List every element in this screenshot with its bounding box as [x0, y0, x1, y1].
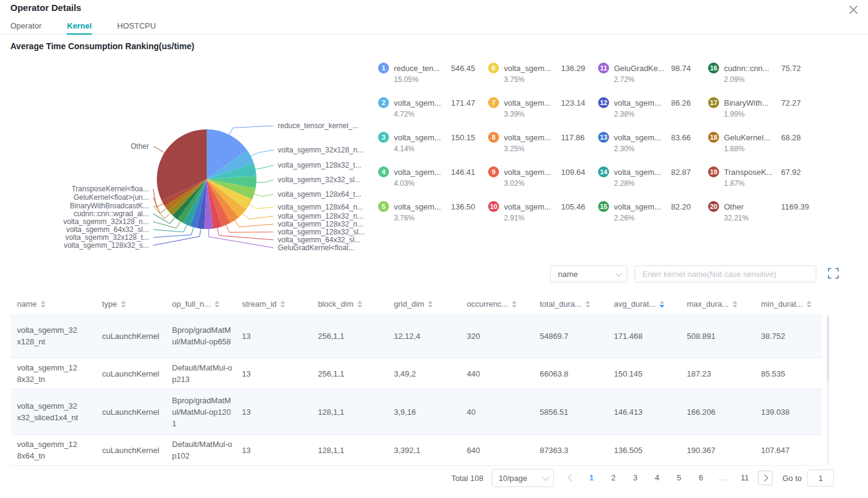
- sort-asc-icon[interactable]: [732, 301, 737, 304]
- sort-desc-icon[interactable]: [732, 305, 737, 308]
- sort-carets-icon[interactable]: [732, 301, 737, 308]
- column-header[interactable]: total_dura...: [534, 299, 608, 309]
- legend-item[interactable]: 13volta_sgem...83.662.30%: [598, 132, 708, 166]
- page-number-5[interactable]: 5: [670, 469, 688, 486]
- legend-avg-time-value: 67.92: [781, 168, 801, 177]
- sort-carets-icon[interactable]: [660, 301, 664, 308]
- column-header-label: grid_dim: [394, 299, 424, 309]
- sort-asc-icon[interactable]: [121, 301, 126, 304]
- sort-desc-icon[interactable]: [41, 305, 46, 308]
- legend-item[interactable]: 5volta_sgem...136.503.76%: [378, 201, 488, 236]
- sort-asc-icon[interactable]: [585, 301, 590, 304]
- sort-asc-icon[interactable]: [428, 301, 433, 304]
- sort-carets-icon[interactable]: [357, 301, 362, 308]
- legend-item[interactable]: 18GeluKernel...68.281.88%: [708, 132, 818, 166]
- legend-kernel-name: BinaryWith...: [724, 98, 776, 107]
- column-header[interactable]: grid_dim: [388, 299, 461, 309]
- table-row: volta_sgemm_128x32_tncuLaunchKernelDefau…: [11, 358, 822, 389]
- fullscreen-icon[interactable]: [828, 268, 839, 279]
- sort-carets-icon[interactable]: [428, 301, 433, 308]
- column-header[interactable]: min_durat...: [755, 299, 822, 309]
- pagination: Total 108 10/page 123456...11 Go to: [451, 469, 834, 487]
- page-size-select[interactable]: 10/page: [492, 469, 554, 487]
- legend-rank-badge: 14: [598, 166, 609, 177]
- page-number-11[interactable]: 11: [735, 469, 754, 486]
- sort-asc-icon[interactable]: [280, 301, 285, 304]
- close-icon[interactable]: [847, 4, 859, 16]
- column-header[interactable]: op_full_n...: [166, 299, 236, 309]
- sort-desc-icon[interactable]: [660, 305, 664, 308]
- page-number-4[interactable]: 4: [648, 469, 666, 486]
- goto-page-input[interactable]: [807, 469, 834, 486]
- sort-carets-icon[interactable]: [215, 301, 219, 308]
- legend-item[interactable]: 3volta_sgem...150.154.14%: [378, 132, 488, 166]
- scrollbar-thumb[interactable]: [827, 315, 829, 382]
- legend-item[interactable]: 9volta_sgem...109.643.02%: [488, 166, 598, 201]
- section-title: Average Time Consumption Ranking(us/time…: [10, 41, 195, 51]
- sort-carets-icon[interactable]: [121, 301, 126, 308]
- sort-asc-icon[interactable]: [357, 301, 362, 304]
- sort-carets-icon[interactable]: [280, 301, 285, 308]
- legend-kernel-name: volta_sgem...: [614, 168, 666, 177]
- sort-asc-icon[interactable]: [215, 301, 219, 304]
- legend-item[interactable]: 14volta_sgem...82.872.28%: [598, 166, 708, 201]
- column-header[interactable]: stream_id: [236, 299, 312, 309]
- legend-item[interactable]: 19TransposeK...67.921.87%: [708, 166, 818, 201]
- legend-item[interactable]: 15volta_sgem...82.202.26%: [598, 201, 708, 236]
- tab-hostcpu[interactable]: HOSTCPU: [117, 18, 156, 34]
- legend-item[interactable]: 20Other1169.3932.21%: [708, 201, 818, 236]
- pie-callout-label: Other: [131, 142, 149, 151]
- sort-desc-icon[interactable]: [215, 305, 219, 308]
- sort-carets-icon[interactable]: [41, 301, 46, 308]
- kernel-name-search-input[interactable]: [635, 265, 816, 282]
- legend-item[interactable]: 2volta_sgem...171.474.72%: [378, 97, 488, 132]
- legend-rank-badge: 2: [378, 97, 389, 108]
- sort-desc-icon[interactable]: [512, 305, 517, 308]
- prev-page-button[interactable]: [563, 471, 578, 485]
- legend-item[interactable]: 17BinaryWith...72.271.99%: [708, 97, 818, 132]
- tab-operator[interactable]: Operator: [10, 18, 41, 34]
- column-header[interactable]: avg_durat...: [608, 299, 681, 309]
- page-number-2[interactable]: 2: [604, 469, 622, 486]
- sort-asc-icon[interactable]: [512, 301, 517, 304]
- tab-kernel[interactable]: Kernel: [67, 18, 91, 34]
- filter-field-select[interactable]: name: [550, 265, 627, 282]
- page-number-6[interactable]: 6: [692, 469, 710, 486]
- sort-desc-icon[interactable]: [121, 305, 126, 308]
- sort-asc-icon[interactable]: [41, 301, 46, 304]
- sort-carets-icon[interactable]: [807, 301, 811, 308]
- page-number-3[interactable]: 3: [626, 469, 644, 486]
- sort-asc-icon[interactable]: [660, 301, 664, 304]
- legend-item[interactable]: 8volta_sgem...117.863.25%: [488, 132, 598, 166]
- next-page-button[interactable]: [758, 471, 773, 485]
- sort-desc-icon[interactable]: [357, 305, 362, 308]
- sort-asc-icon[interactable]: [807, 301, 811, 304]
- table-scrollbar[interactable]: [827, 315, 829, 463]
- legend-item[interactable]: 12volta_sgem...86.262.38%: [598, 97, 708, 132]
- legend-item[interactable]: 1reduce_ten...546.4515.05%: [378, 63, 488, 97]
- column-header-label: block_dim: [318, 299, 354, 309]
- legend-avg-time-value: 546.45: [451, 64, 475, 73]
- column-header[interactable]: name: [11, 299, 96, 309]
- column-header[interactable]: occurrenc...: [461, 299, 534, 309]
- sort-carets-icon[interactable]: [512, 301, 517, 308]
- sort-desc-icon[interactable]: [428, 305, 433, 308]
- sort-desc-icon[interactable]: [585, 305, 590, 308]
- legend-item[interactable]: 16cudnn::cnn...75.722.09%: [708, 63, 818, 97]
- sort-desc-icon[interactable]: [807, 305, 811, 308]
- legend-item[interactable]: 10volta_sgem...105.462.91%: [488, 201, 598, 236]
- column-header[interactable]: type: [96, 299, 166, 309]
- legend-item[interactable]: 11GeluGradKe...98.742.72%: [598, 63, 708, 97]
- sort-desc-icon[interactable]: [280, 305, 285, 308]
- page-number-1[interactable]: 1: [582, 469, 601, 486]
- legend-item[interactable]: 7volta_sgem...123.143.39%: [488, 97, 598, 132]
- column-header[interactable]: block_dim: [312, 299, 388, 309]
- legend-avg-time-value: 109.64: [561, 168, 585, 177]
- pie-label-line: [153, 214, 175, 223]
- pagination-ellipsis: ...: [714, 469, 732, 486]
- legend-item[interactable]: 4volta_sgem...146.414.03%: [378, 166, 488, 201]
- pie-label-line: [235, 220, 274, 227]
- legend-item[interactable]: 6volta_sgem...136.293.75%: [488, 63, 598, 97]
- column-header[interactable]: max_dura...: [681, 299, 755, 309]
- sort-carets-icon[interactable]: [585, 301, 590, 308]
